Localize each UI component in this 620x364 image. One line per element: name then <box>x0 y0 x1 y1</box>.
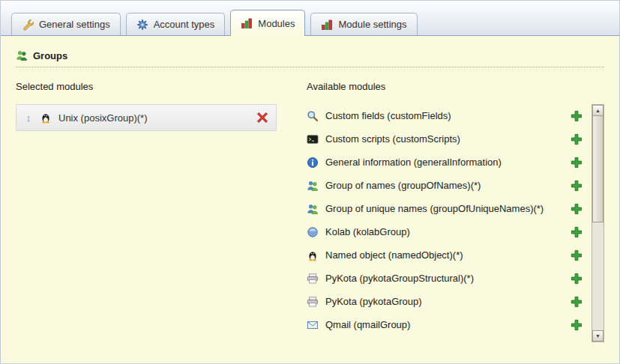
kolab-icon <box>307 226 319 238</box>
drag-handle-icon[interactable]: ↕ <box>24 112 33 124</box>
tab-modules[interactable]: Modules <box>230 10 305 36</box>
section-title: Groups <box>33 50 67 61</box>
available-module-row: Custom fields (customFields) <box>307 104 589 127</box>
add-module-button[interactable] <box>571 203 583 215</box>
tab-general-settings[interactable]: General settings <box>11 13 121 35</box>
tab-label: General settings <box>39 19 110 30</box>
available-module-row: Named object (namedObject)(*) <box>307 243 589 267</box>
tab-bar: General settingsAccount typesModulesModu… <box>1 1 619 36</box>
modules-columns: Selected modules ↕Unix (posixGroup)(*) A… <box>16 81 604 342</box>
available-modules-column: Available modules Custom fields (customF… <box>307 81 604 342</box>
add-module-button[interactable] <box>571 133 583 145</box>
available-module-label: Custom fields (customFields) <box>325 110 564 121</box>
group-icon <box>307 180 319 192</box>
available-module-label: Group of names (groupOfNames)(*) <box>325 180 564 191</box>
available-module-row: General information (generalInformation) <box>307 151 589 174</box>
add-module-button[interactable] <box>571 180 583 192</box>
scrollbar-down-button[interactable]: ▼ <box>592 330 604 342</box>
tab-label: Module settings <box>338 19 406 30</box>
mail-icon <box>307 319 319 331</box>
available-module-label: Qmail (qmailGroup) <box>325 319 564 330</box>
add-module-button[interactable] <box>571 296 583 308</box>
available-module-label: Custom scripts (customScripts) <box>325 133 564 145</box>
available-modules-heading: Available modules <box>307 81 604 92</box>
add-module-button[interactable] <box>571 273 583 285</box>
tab-module-settings[interactable]: Module settings <box>310 13 417 35</box>
available-modules-listwrap: Custom fields (customFields)Custom scrip… <box>307 104 604 342</box>
section-head: Groups <box>16 49 604 67</box>
available-module-row: Custom scripts (customScripts) <box>307 127 589 151</box>
tux-icon <box>40 112 52 124</box>
gear-icon <box>136 19 148 31</box>
available-module-row: Kolab (kolabGroup) <box>307 220 589 243</box>
scrollbar-space[interactable] <box>592 222 604 330</box>
tab-label: Account types <box>154 19 215 30</box>
selected-modules-heading: Selected modules <box>16 81 292 92</box>
lam-config-window: General settingsAccount typesModulesModu… <box>0 0 620 364</box>
available-modules-list: Custom fields (customFields)Custom scrip… <box>307 104 592 342</box>
available-module-label: PyKota (pykotaGroupStructural)(*) <box>325 273 564 284</box>
modules-tab-content: Groups Selected modules ↕Unix (posixGrou… <box>1 36 619 342</box>
printer-icon <box>307 296 319 308</box>
tab-account-types[interactable]: Account types <box>126 13 226 35</box>
tux-icon <box>307 249 319 261</box>
modules-icon <box>241 17 253 29</box>
selected-module-row: ↕Unix (posixGroup)(*) <box>16 104 277 131</box>
scrollbar-track[interactable]: ▲ ▼ <box>592 104 604 342</box>
available-module-row: PyKota (pykotaGroupStructural)(*) <box>307 267 589 290</box>
groups-icon <box>16 49 28 61</box>
available-module-label: Named object (namedObject)(*) <box>325 249 564 261</box>
available-module-label: General information (generalInformation) <box>325 157 564 168</box>
info-icon <box>307 157 319 169</box>
selected-modules-list: ↕Unix (posixGroup)(*) <box>16 104 292 131</box>
selected-modules-column: Selected modules ↕Unix (posixGroup)(*) <box>16 81 292 131</box>
add-module-button[interactable] <box>571 157 583 169</box>
available-module-row: Group of unique names (groupOfUniqueName… <box>307 197 589 220</box>
magnifier-icon <box>307 110 319 122</box>
available-module-label: PyKota (pykotaGroup) <box>325 296 564 307</box>
add-module-button[interactable] <box>571 319 583 331</box>
available-module-label: Kolab (kolabGroup) <box>325 226 564 237</box>
add-module-button[interactable] <box>571 110 583 122</box>
selected-module-label: Unix (posixGroup)(*) <box>58 112 250 124</box>
printer-icon <box>307 273 319 285</box>
group-icon <box>307 203 319 215</box>
wrench-icon <box>22 19 34 31</box>
add-module-button[interactable] <box>571 249 583 261</box>
available-module-row: Qmail (qmailGroup) <box>307 313 589 336</box>
module-settings-icon <box>321 19 333 31</box>
available-module-label: Group of unique names (groupOfUniqueName… <box>325 203 564 214</box>
available-module-row: PyKota (pykotaGroup) <box>307 290 589 313</box>
remove-module-button[interactable] <box>256 112 268 124</box>
scrollbar-up-button[interactable]: ▲ <box>592 105 604 116</box>
add-module-button[interactable] <box>571 226 583 238</box>
script-icon <box>307 133 319 145</box>
available-module-row: Group of names (groupOfNames)(*) <box>307 174 589 197</box>
scrollbar-thumb[interactable] <box>592 116 604 222</box>
tab-label: Modules <box>258 18 295 29</box>
